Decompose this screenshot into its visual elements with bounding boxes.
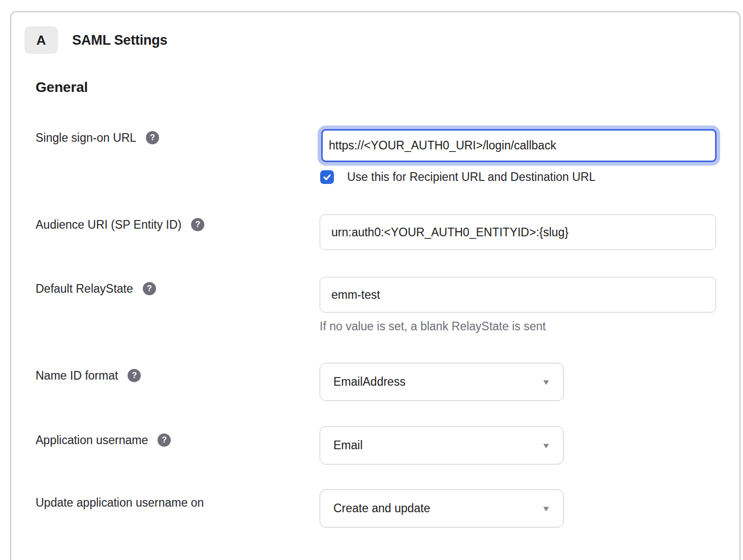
update-username-label: Update application username on — [36, 496, 204, 510]
help-icon[interactable]: ? — [158, 433, 171, 447]
recipient-url-checkbox[interactable] — [320, 170, 334, 184]
name-id-format-dropdown[interactable]: EmailAddress ▼ — [320, 363, 564, 401]
recipient-url-checkbox-label: Use this for Recipient URL and Destinati… — [347, 170, 596, 184]
update-username-value: Create and update — [333, 502, 430, 515]
single-sign-on-url-input[interactable] — [321, 129, 717, 162]
general-section-heading: General — [36, 79, 88, 96]
default-relaystate-label-row: Default RelayState ? — [36, 281, 156, 296]
name-id-format-label-row: Name ID format ? — [36, 368, 141, 383]
help-icon[interactable]: ? — [146, 131, 159, 144]
relaystate-hint-text: If no value is set, a blank RelayState i… — [320, 320, 546, 333]
saml-settings-card: A SAML Settings General Single sign-on U… — [10, 11, 740, 560]
help-icon[interactable]: ? — [143, 282, 156, 295]
application-username-dropdown[interactable]: Email ▼ — [320, 426, 564, 464]
application-username-value: Email — [333, 439, 363, 452]
page-title: SAML Settings — [72, 26, 167, 54]
chevron-down-icon: ▼ — [541, 378, 551, 386]
chevron-down-icon: ▼ — [541, 504, 551, 513]
audience-uri-label: Audience URI (SP Entity ID) — [36, 218, 181, 232]
help-icon[interactable]: ? — [128, 369, 141, 382]
recipient-url-checkbox-row: Use this for Recipient URL and Destinati… — [320, 170, 596, 184]
update-username-label-row: Update application username on — [36, 495, 204, 510]
default-relaystate-input[interactable] — [320, 277, 716, 313]
audience-uri-input[interactable] — [320, 214, 716, 250]
name-id-format-label: Name ID format — [36, 369, 118, 383]
checkmark-icon — [322, 172, 332, 182]
name-id-format-value: EmailAddress — [333, 375, 406, 389]
application-username-label-row: Application username ? — [36, 432, 171, 448]
application-username-label: Application username — [36, 433, 148, 447]
update-username-dropdown[interactable]: Create and update ▼ — [320, 489, 564, 527]
single-sign-on-url-label: Single sign-on URL — [36, 131, 136, 145]
help-icon[interactable]: ? — [191, 218, 204, 231]
section-letter-badge: A — [24, 26, 58, 54]
audience-uri-label-row: Audience URI (SP Entity ID) ? — [36, 217, 204, 232]
single-sign-on-url-label-row: Single sign-on URL ? — [36, 130, 159, 145]
chevron-down-icon: ▼ — [541, 441, 551, 450]
default-relaystate-label: Default RelayState — [36, 282, 133, 296]
